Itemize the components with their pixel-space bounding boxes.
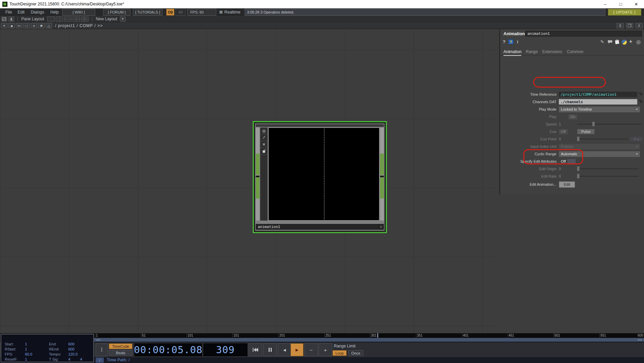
bypass-flag-icon[interactable]: ✕ xyxy=(260,141,268,148)
info-icon[interactable]: i xyxy=(517,39,518,44)
close-button[interactable]: ✕ xyxy=(628,0,644,8)
breadcrumb-path[interactable]: / project1 / COMP / >> xyxy=(55,23,103,28)
pane-menu-icon[interactable]: ▼ xyxy=(1,23,7,28)
tab-animation[interactable]: Animation xyxy=(503,49,521,56)
chevron-down-icon: ▼ xyxy=(636,153,638,156)
range-bar[interactable]: ··· ··· xyxy=(94,338,644,342)
maximize-button[interactable]: □ xyxy=(613,0,628,8)
specify-edit-toggle[interactable] xyxy=(567,159,576,164)
realtime-label: Realtime xyxy=(224,10,240,15)
realtime-toggle[interactable]: ⊠ Realtime xyxy=(219,9,240,16)
play-reverse-button[interactable]: ◀ xyxy=(278,343,291,356)
ruler-tick: 451 xyxy=(507,333,514,338)
network-editor[interactable]: ◎ ✕ animatio xyxy=(0,29,499,333)
export-arrow-icon[interactable]: ↷ xyxy=(638,92,643,97)
node-viewer[interactable] xyxy=(268,128,379,221)
edit-comment-icon[interactable]: ✎ xyxy=(600,39,604,44)
jump-to-start-button[interactable] xyxy=(249,343,262,356)
export-arrow-icon[interactable]: ↷ xyxy=(638,100,643,104)
once-button[interactable]: Once xyxy=(348,350,363,356)
pane-preset-hsplit[interactable] xyxy=(64,17,72,22)
tab-range[interactable]: Range xyxy=(526,49,538,55)
status-message: 3:05:28 3 Operators deleted. xyxy=(245,9,605,16)
output-connector[interactable] xyxy=(380,177,384,199)
title-bar: TouchDesigner 2021.15800: C:/Users/chima… xyxy=(0,0,644,8)
tab-extensions[interactable]: Extensions xyxy=(542,49,562,55)
oi-toggle[interactable]: O|I xyxy=(166,9,174,16)
operator-name-field[interactable]: animation1 xyxy=(525,31,642,37)
playhead[interactable] xyxy=(377,333,378,338)
menu-help[interactable]: Help xyxy=(49,9,60,16)
node-expand-icon[interactable]: + xyxy=(378,224,383,229)
param-row-edit-animation: Edit Animation... Edit xyxy=(500,181,644,188)
python-icon[interactable] xyxy=(622,40,627,45)
beats-mode-button[interactable]: Beats xyxy=(109,350,132,356)
pane-preset-grid[interactable] xyxy=(81,17,89,22)
pane-toolbar: Pane Layout New Layout + xyxy=(0,16,644,22)
add-layout-button[interactable]: + xyxy=(120,17,126,22)
star-icon[interactable]: ★ xyxy=(38,23,45,28)
range-end-grip[interactable]: ··· xyxy=(637,339,643,341)
output-connector[interactable] xyxy=(380,154,384,175)
edit-animation-button[interactable]: Edit xyxy=(559,181,575,188)
back-icon[interactable]: ⇦ xyxy=(16,23,22,28)
scrub-mode-button[interactable]: I xyxy=(96,343,108,356)
param-label: Input Index Unit xyxy=(500,144,559,149)
range-start-grip[interactable]: ··· xyxy=(95,339,101,341)
menu-dialogs[interactable]: Dialogs xyxy=(29,9,46,16)
help-icon[interactable]: ? xyxy=(503,39,505,44)
play-forward-button[interactable]: ▶ xyxy=(291,343,303,356)
display-flag-icon[interactable] xyxy=(260,134,268,141)
time-reference-field[interactable]: /project1/COMP/animation1 xyxy=(559,92,637,97)
target-icon[interactable]: ◎ xyxy=(636,39,641,45)
play-mode-dropdown[interactable]: Locked to Timeline ▼ xyxy=(559,107,640,112)
input-connector[interactable] xyxy=(256,177,259,199)
loop-button[interactable]: Loop xyxy=(332,350,347,356)
update-button[interactable]: [ UPDATE ] xyxy=(608,9,641,16)
add-icon[interactable]: + xyxy=(31,23,37,28)
tutorials-button[interactable]: [ TUTORIALS ] xyxy=(133,9,163,16)
monitor-icon[interactable]: ❐ xyxy=(626,23,633,28)
node-name-field[interactable]: animation1 + xyxy=(256,224,384,230)
bookmark-icon[interactable] xyxy=(8,17,14,22)
copy-parameters-icon[interactable] xyxy=(615,40,619,44)
timeline-ruler[interactable]: 1 51 101 151 201 251 301 351 401 451 501… xyxy=(94,333,644,338)
time-path-root-button[interactable]: / xyxy=(96,358,104,363)
slider-handle xyxy=(592,122,595,126)
channels-dat-field[interactable]: ./channels xyxy=(559,99,637,105)
home-icon[interactable]: ⌂ xyxy=(46,23,52,28)
viewer-flag-icon[interactable]: ◎ xyxy=(260,128,268,134)
wiki-button[interactable]: [ WIKI ] xyxy=(62,9,95,16)
cue-pulse-button[interactable]: Pulse xyxy=(577,129,595,134)
menu-file[interactable]: File xyxy=(4,9,13,16)
cyclic-range-dropdown[interactable]: Automatic ▼ xyxy=(559,151,640,157)
python-help-icon[interactable]: ? xyxy=(508,39,514,44)
fps-field[interactable]: FPS: 60 xyxy=(187,9,216,16)
minimize-button[interactable]: – xyxy=(597,0,613,8)
menu-edit[interactable]: Edit xyxy=(16,9,26,16)
lock-flag-icon[interactable] xyxy=(260,148,268,155)
step-back-button[interactable]: − xyxy=(304,343,318,356)
add-parameter-icon[interactable]: + xyxy=(629,39,632,45)
speed-slider xyxy=(577,124,641,124)
ruler-tick: 501 xyxy=(553,333,560,338)
floating-pane-icon[interactable] xyxy=(1,17,7,22)
pane-preset-three[interactable] xyxy=(73,17,80,22)
pause-button[interactable] xyxy=(263,343,277,356)
step-forward-button[interactable]: + xyxy=(319,343,332,356)
node-input-edge xyxy=(256,128,259,221)
input-connector[interactable] xyxy=(256,154,259,175)
forum-button[interactable]: [ FORUM ] xyxy=(103,9,130,16)
pane-preset-vsplit[interactable] xyxy=(56,17,63,22)
forward-icon[interactable]: ⇨ xyxy=(23,23,30,28)
timecode-mode-button[interactable]: TimeCode xyxy=(109,343,132,349)
pane-preset-single[interactable] xyxy=(47,17,55,22)
tab-common[interactable]: Common xyxy=(567,49,584,55)
comment-bubble-icon[interactable] xyxy=(608,40,613,44)
pane-layout-label: Pane Layout xyxy=(21,17,44,21)
stop-icon[interactable]: ■ xyxy=(8,23,15,28)
ruler-tick: 1 xyxy=(95,333,98,338)
specify-edit-value: Off xyxy=(561,159,566,163)
jump-down-icon[interactable]: ⇩ xyxy=(636,23,643,28)
node-animation1[interactable]: ◎ ✕ animatio xyxy=(253,121,387,233)
